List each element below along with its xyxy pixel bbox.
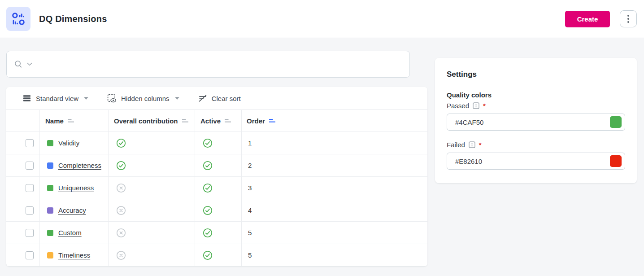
failed-color-input[interactable] xyxy=(454,157,610,166)
row-order-cell: 1 xyxy=(241,132,427,154)
check-circle-icon xyxy=(203,183,213,193)
search-box xyxy=(6,51,410,78)
dimension-name-link[interactable]: Accuracy xyxy=(58,206,86,214)
row-drag-cell xyxy=(6,199,19,221)
order-value: 4 xyxy=(248,206,252,214)
settings-panel: Settings Quality colors Passed * Failed xyxy=(435,58,637,183)
clear-sort-button[interactable]: Clear sort xyxy=(198,94,241,103)
search-filter-chevron-icon[interactable] xyxy=(27,62,32,66)
row-active-cell xyxy=(195,177,241,199)
column-header-overall-contribution[interactable]: Overall contribution xyxy=(114,117,189,125)
quality-colors-label: Quality colors xyxy=(447,91,625,99)
check-circle-icon xyxy=(203,161,213,171)
order-value: 1 xyxy=(248,139,252,147)
row-checkbox-cell xyxy=(19,154,39,176)
hidden-columns-dropdown[interactable]: Hidden columns xyxy=(107,94,179,103)
column-header-active[interactable]: Active xyxy=(200,117,231,125)
create-button[interactable]: Create xyxy=(565,11,610,27)
row-drag-cell xyxy=(6,222,19,244)
row-active-cell xyxy=(195,199,241,221)
check-circle-icon xyxy=(203,206,213,215)
row-checkbox[interactable] xyxy=(26,229,34,237)
search-input[interactable] xyxy=(37,51,405,77)
row-contribution-cell xyxy=(108,154,195,176)
row-active-cell xyxy=(195,132,241,154)
header-drag-cell xyxy=(6,110,19,131)
dimension-name-link[interactable]: Custom xyxy=(58,229,82,237)
row-checkbox[interactable] xyxy=(26,139,34,147)
clear-sort-icon xyxy=(198,94,207,103)
failed-color-field: Failed * xyxy=(447,141,625,170)
row-checkbox[interactable] xyxy=(26,251,34,259)
passed-color-input[interactable] xyxy=(454,118,610,127)
failed-color-input-wrap xyxy=(447,153,625,170)
row-active-cell xyxy=(195,154,241,176)
table-row: Uniqueness 3 xyxy=(6,176,427,199)
row-contribution-cell xyxy=(108,244,195,266)
dimension-name-link[interactable]: Timeliness xyxy=(58,251,90,259)
passed-color-field: Passed * xyxy=(447,102,625,131)
order-value: 5 xyxy=(248,229,252,237)
row-checkbox[interactable] xyxy=(26,162,34,170)
row-drag-cell xyxy=(6,132,19,154)
more-options-button[interactable] xyxy=(620,10,637,27)
row-order-cell: 5 xyxy=(241,222,427,244)
row-active-cell xyxy=(195,244,241,266)
row-order-cell: 2 xyxy=(241,154,427,176)
failed-color-swatch[interactable] xyxy=(610,155,622,167)
required-asterisk: * xyxy=(479,141,482,149)
sort-icon[interactable] xyxy=(182,118,189,123)
row-order-cell: 3 xyxy=(241,177,427,199)
table-toolbar: Standard view Hidden columns xyxy=(6,87,427,110)
dimensions-table-card: Standard view Hidden columns xyxy=(6,87,427,266)
passed-color-input-wrap xyxy=(447,114,625,131)
dimension-color-swatch xyxy=(47,185,53,191)
page-title: DQ Dimensions xyxy=(39,14,107,24)
dimension-color-swatch xyxy=(47,162,53,169)
column-header-order[interactable]: Order xyxy=(247,117,276,125)
row-drag-cell xyxy=(6,244,19,266)
dimension-color-swatch xyxy=(47,140,53,146)
row-order-cell: 5 xyxy=(241,244,427,266)
dimension-name-link[interactable]: Completeness xyxy=(58,162,101,169)
clear-sort-label: Clear sort xyxy=(212,95,241,102)
row-contribution-cell xyxy=(108,222,195,244)
chevron-down-icon xyxy=(84,97,88,100)
table-header-row: Name Overall contribution xyxy=(6,110,427,131)
table-view-icon xyxy=(22,94,31,103)
row-checkbox[interactable] xyxy=(26,184,34,192)
row-active-cell xyxy=(195,222,241,244)
row-checkbox[interactable] xyxy=(26,206,34,215)
row-contribution-cell xyxy=(108,132,195,154)
table-row: Completeness 2 xyxy=(6,154,427,176)
info-icon[interactable] xyxy=(469,141,475,148)
column-header-name[interactable]: Name xyxy=(45,117,74,125)
order-value: 3 xyxy=(248,184,252,192)
check-circle-icon xyxy=(116,161,126,171)
check-circle-icon xyxy=(116,138,126,148)
row-contribution-cell xyxy=(108,177,195,199)
x-circle-icon xyxy=(116,228,126,238)
row-order-cell: 4 xyxy=(241,199,427,221)
header-checkbox-cell xyxy=(19,110,39,131)
chevron-down-icon xyxy=(175,97,179,100)
app-icon-tile xyxy=(6,7,30,31)
sort-icon[interactable] xyxy=(269,118,276,123)
row-name-cell: Uniqueness xyxy=(39,177,108,199)
order-value: 5 xyxy=(248,251,252,259)
dimension-name-link[interactable]: Uniqueness xyxy=(58,184,94,192)
x-circle-icon xyxy=(116,250,126,260)
sort-icon[interactable] xyxy=(67,118,74,123)
search-icon xyxy=(14,60,23,69)
sort-icon[interactable] xyxy=(224,118,231,123)
passed-color-swatch[interactable] xyxy=(610,116,622,128)
dimension-name-link[interactable]: Validity xyxy=(58,139,79,147)
info-icon[interactable] xyxy=(473,102,479,109)
row-name-cell: Validity xyxy=(39,132,108,154)
table-row: Timeliness 5 xyxy=(6,244,427,266)
row-name-cell: Timeliness xyxy=(39,244,108,266)
row-contribution-cell xyxy=(108,199,195,221)
row-checkbox-cell xyxy=(19,132,39,154)
standard-view-dropdown[interactable]: Standard view xyxy=(22,94,88,103)
required-asterisk: * xyxy=(483,102,486,110)
